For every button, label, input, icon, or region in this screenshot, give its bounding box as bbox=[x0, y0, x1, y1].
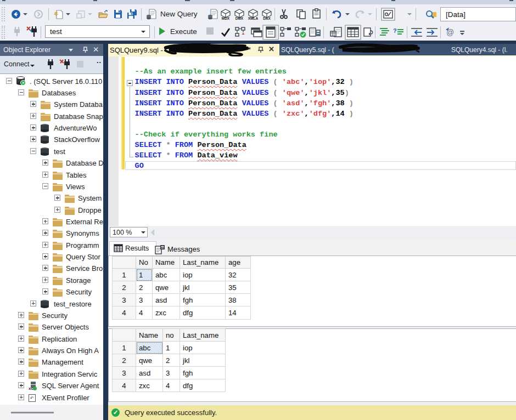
svg-text:MDX: MDX bbox=[222, 16, 230, 20]
svg-text:?: ? bbox=[393, 27, 397, 34]
svg-text:XMLA: XMLA bbox=[248, 16, 259, 20]
svg-text:DAX: DAX bbox=[263, 16, 271, 20]
svg-text:DMX: DMX bbox=[235, 16, 244, 20]
